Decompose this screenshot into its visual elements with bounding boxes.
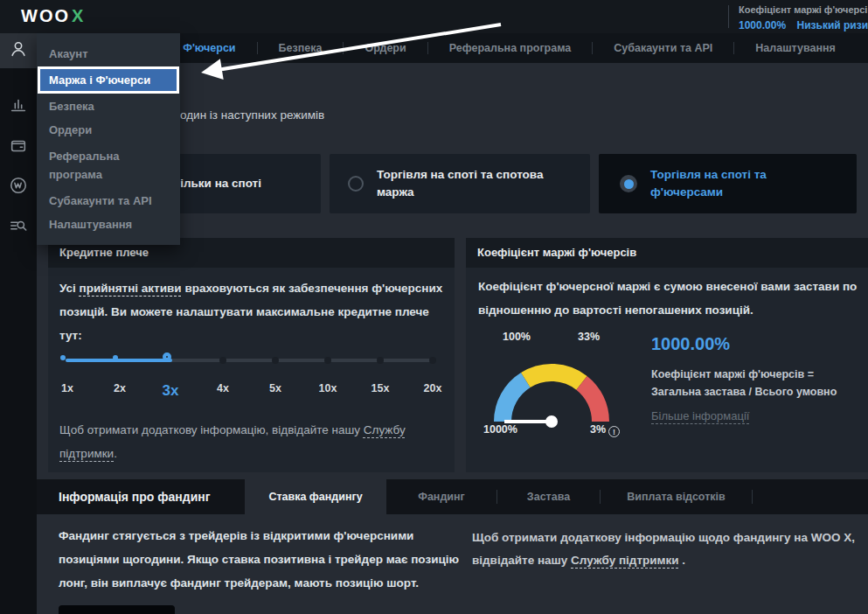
funding-right-text: Щоб отримати додаткову інформацію щодо ф…	[472, 527, 865, 572]
logo-woo-text: WOO	[21, 6, 70, 25]
futures-margin-card: Коефіцієнт маржі ф'ючерсів Коефіцієнт ф'…	[466, 238, 868, 472]
mode-section-title: один із наступних режимів	[180, 108, 324, 122]
slider-stop-2x[interactable]	[113, 355, 118, 360]
woo-token-icon	[9, 176, 28, 199]
more-info-link[interactable]: Більше інформації	[651, 409, 749, 422]
leverage-description: Усі прийнятні активи враховуються як заб…	[59, 276, 450, 347]
top-header: WOOX Коефіцієнт маржі ф'ючерсів 1000.00%…	[0, 0, 868, 33]
slider-stop-10x[interactable]	[324, 357, 331, 364]
sidebar-item-markets[interactable]	[0, 89, 37, 124]
tab-collateral[interactable]: Застава	[497, 479, 600, 514]
menu-item-margin-futures[interactable]: Маржа і Ф'ючерси	[38, 66, 179, 94]
slider-label-5x[interactable]: 5x	[269, 382, 281, 394]
header-margin-label: Коефіцієнт маржі ф'ючерсів	[739, 3, 868, 17]
bar-chart-icon	[9, 95, 28, 118]
radio-checked-icon[interactable]	[620, 175, 637, 192]
header-risk-badge: Низький ризик	[797, 19, 868, 31]
funding-bottom-button[interactable]	[59, 605, 175, 614]
slider-label-15x[interactable]: 15x	[372, 382, 390, 394]
mode-option-spot-futures[interactable]: Торгівля на споті та ф'ючерсами	[599, 154, 857, 213]
funding-support-link[interactable]: Службу підтримки	[571, 554, 678, 567]
tab-settings[interactable]: Налаштування	[734, 33, 857, 63]
slider-label-1x[interactable]: 1x	[61, 382, 73, 394]
logo-x-text: X	[72, 6, 85, 25]
funding-tab-divider	[752, 490, 753, 504]
account-dropdown-menu: Акаунт Маржа і Ф'ючерси Безпека Ордери Р…	[37, 33, 180, 245]
sidebar-item-wallet[interactable]	[0, 129, 37, 164]
slider-label-10x[interactable]: 10x	[319, 382, 337, 394]
header-divider	[728, 5, 729, 28]
menu-item-account[interactable]: Акаунт	[37, 42, 180, 66]
leverage-desc-pre: Усі	[59, 282, 80, 295]
left-sidebar	[0, 33, 37, 614]
futures-margin-description: Коефіцієнт ф'ючерсної маржі є сумою внес…	[478, 275, 860, 322]
slider-stop-15x[interactable]	[377, 357, 384, 364]
tab-funding-rate[interactable]: Ставка фандингу	[245, 479, 386, 514]
gauge-arc	[482, 345, 630, 434]
header-margin-summary: Коефіцієнт маржі ф'ючерсів 1000.00% Низь…	[739, 3, 868, 32]
mode-option-label: Торгівля на споті та ф'ючерсами	[650, 166, 799, 201]
gauge-label-1000: 1000%	[483, 423, 517, 436]
slider-stop-1x[interactable]	[60, 355, 66, 360]
woo-x-logo[interactable]: WOOX	[21, 6, 85, 26]
funding-section-title: Інформація про фандинг	[37, 490, 245, 504]
eligible-assets-link[interactable]: прийнятні активи	[80, 282, 182, 295]
sidebar-item-order-explorer[interactable]	[0, 210, 37, 245]
mode-option-label: Торгівля на споті та спотова маржа	[377, 166, 573, 201]
slider-label-4x[interactable]: 4x	[217, 382, 229, 394]
menu-item-referral[interactable]: Реферальна програма	[37, 142, 180, 189]
slider-stop-20x[interactable]	[429, 357, 436, 364]
leverage-support-text: Щоб отримати додаткову інформацію, відві…	[59, 418, 435, 465]
formula-line-1: Коефіцієнт маржі ф'ючерсів =	[651, 366, 865, 383]
leverage-slider[interactable]	[66, 352, 433, 369]
slider-label-2x[interactable]: 2x	[114, 382, 126, 394]
slider-track-fill	[66, 359, 172, 362]
funding-left-text: Фандинг стягується з трейдерів із відкри…	[59, 524, 461, 595]
wallet-icon	[9, 136, 28, 158]
support-pre: Щоб отримати додаткову інформацію, відві…	[59, 423, 364, 436]
slider-handle-3x[interactable]	[163, 352, 171, 361]
sidebar-item-woo-token[interactable]	[0, 170, 37, 205]
funding-section-bar: Інформація про фандинг Ставка фандингу Ф…	[37, 479, 868, 514]
futures-margin-card-title: Коефіцієнт маржі ф'ючерсів	[466, 238, 868, 268]
tab-subaccounts-api[interactable]: Субакаунти та API	[593, 33, 733, 63]
gauge-label-100: 100%	[503, 331, 531, 343]
gauge-label-33: 33%	[578, 331, 600, 343]
margin-ratio-gauge: 100% 33% 1000% 3%!	[478, 331, 649, 443]
info-icon[interactable]: !	[608, 426, 620, 437]
slider-label-20x[interactable]: 20x	[424, 382, 442, 394]
gauge-label-3-text: 3%	[590, 423, 606, 436]
margin-ratio-formula: Коефіцієнт маржі ф'ючерсів = Загальна за…	[651, 366, 865, 401]
tab-funding[interactable]: Фандинг	[386, 479, 496, 514]
tab-security[interactable]: Безпека	[258, 33, 344, 63]
tab-referral[interactable]: Реферальна програма	[428, 33, 593, 63]
slider-label-3x[interactable]: 3x	[163, 382, 179, 400]
mode-option-spot-margin[interactable]: Торгівля на споті та спотова маржа	[330, 154, 590, 213]
tab-interest-payout[interactable]: Виплата відсотків	[601, 479, 752, 514]
tab-orders[interactable]: Ордери	[344, 33, 427, 63]
menu-item-subaccounts-api[interactable]: Субакаунти та API	[37, 189, 180, 213]
menu-item-settings[interactable]: Налаштування	[37, 213, 180, 236]
woo-x-app: WOOX Коефіцієнт маржі ф'ючерсів 1000.00%…	[0, 0, 868, 614]
radio-unchecked-icon[interactable]	[348, 176, 364, 192]
slider-stop-5x[interactable]	[272, 357, 279, 364]
formula-line-2: Загальна застава / Всього умовно	[651, 383, 865, 401]
menu-item-orders[interactable]: Ордери	[37, 118, 180, 142]
slider-stop-4x[interactable]	[219, 357, 226, 364]
gauge-needle-hub	[545, 415, 558, 428]
menu-item-security[interactable]: Безпека	[37, 94, 180, 118]
sidebar-item-account[interactable]	[0, 33, 37, 68]
funding-right-post: .	[679, 554, 686, 567]
margin-ratio-value: 1000.00%	[651, 334, 730, 354]
support-post: .	[114, 447, 117, 460]
order-search-icon	[9, 216, 28, 239]
header-margin-value: 1000.00%	[739, 19, 786, 31]
gauge-label-3: 3%!	[590, 423, 620, 437]
account-icon	[9, 39, 28, 62]
leverage-card: Кредитне плече Усі прийнятні активи врах…	[48, 238, 455, 472]
